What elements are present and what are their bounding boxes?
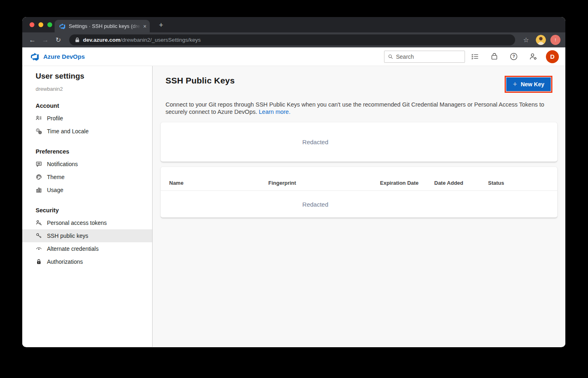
sidebar-item-profile[interactable]: Profile <box>22 112 152 125</box>
section-heading-security: Security <box>36 207 152 214</box>
annotation-highlight: + New Key <box>505 76 552 93</box>
sidebar-title: User settings <box>36 72 152 81</box>
ssh-keys-table: Name Fingerprint Expiration Date Date Ad… <box>161 167 557 218</box>
eye-icon <box>36 246 42 252</box>
sidebar-item-label: Personal access tokens <box>47 220 107 226</box>
tab-close-icon[interactable]: × <box>143 23 146 30</box>
azure-devops-logo-icon <box>30 52 39 61</box>
column-header-fingerprint: Fingerprint <box>268 180 380 186</box>
azure-devops-brand[interactable]: Azure DevOps <box>30 52 85 61</box>
new-key-label: New Key <box>521 81 544 88</box>
marketplace-bag-icon[interactable] <box>484 47 504 66</box>
lock-icon <box>36 258 42 265</box>
browser-update-icon[interactable]: ↑ <box>550 35 560 45</box>
page-description: Connect to your Git repos through SSH Pu… <box>166 101 548 115</box>
sidebar-item-theme[interactable]: Theme <box>22 171 152 184</box>
sidebar-item-authorizations[interactable]: Authorizations <box>22 255 152 268</box>
window-close-button[interactable] <box>30 22 34 27</box>
task-list-icon[interactable] <box>465 47 484 66</box>
url-path: /drewbanin2/_usersSettings/keys <box>121 37 201 43</box>
redacted-placeholder: Redacted <box>161 139 470 145</box>
reload-icon[interactable]: ↻ <box>53 35 64 45</box>
traffic-lights <box>30 22 52 27</box>
search-box[interactable] <box>384 51 465 63</box>
key-icon <box>36 233 42 239</box>
search-input[interactable] <box>396 53 461 60</box>
sidebar-item-personal-access-tokens[interactable]: Personal access tokens <box>22 216 152 229</box>
column-header-name: Name <box>169 180 268 186</box>
globe-clock-icon <box>36 128 42 135</box>
url-domain: dev.azure.com <box>83 37 121 43</box>
person-key-icon <box>36 220 42 226</box>
profile-icon <box>36 115 42 122</box>
column-header-date-added: Date Added <box>434 180 488 186</box>
brand-title: Azure DevOps <box>43 53 85 60</box>
lock-icon <box>75 37 80 43</box>
bookmark-star-icon[interactable]: ☆ <box>521 36 531 44</box>
sidebar-item-label: Alternate credentials <box>47 246 99 252</box>
back-icon[interactable]: ← <box>27 35 38 45</box>
browser-tab[interactable]: Settings · SSH public keys (dre × <box>55 20 150 32</box>
search-icon <box>388 54 393 60</box>
palette-icon <box>36 174 42 180</box>
sidebar-username: drewbanin2 <box>36 86 152 92</box>
tab-strip: Settings · SSH public keys (dre × + <box>22 17 565 32</box>
app-header: Azure DevOps <box>22 47 565 66</box>
sidebar-item-ssh-public-keys[interactable]: SSH public keys <box>22 229 152 242</box>
header-actions: ? D <box>384 47 559 66</box>
sidebar-item-label: Notifications <box>47 161 78 167</box>
address-bar[interactable]: dev.azure.com/drewbanin2/_usersSettings/… <box>69 34 515 45</box>
svg-text:?: ? <box>512 54 515 59</box>
column-header-expiration-date: Expiration Date <box>380 180 434 186</box>
settings-sidebar: User settings drewbanin2 Account Profile… <box>22 66 153 347</box>
sidebar-item-label: Time and Locale <box>47 128 89 135</box>
browser-window: Settings · SSH public keys (dre × + ← → … <box>22 17 565 347</box>
sidebar-item-time-locale[interactable]: Time and Locale <box>22 125 152 138</box>
table-row: Redacted <box>161 191 557 218</box>
bar-chart-icon <box>36 187 42 193</box>
redacted-placeholder: Redacted <box>161 201 470 208</box>
azure-devops-favicon <box>59 23 66 30</box>
tab-title: Settings · SSH public keys (dre <box>69 23 141 29</box>
sidebar-item-label: Theme <box>47 174 65 180</box>
sidebar-item-alternate-credentials[interactable]: Alternate credentials <box>22 242 152 255</box>
url-text: dev.azure.com/drewbanin2/_usersSettings/… <box>83 37 201 43</box>
main-content: SSH Public Keys + New Key Connect to you… <box>153 66 565 347</box>
sidebar-item-usage[interactable]: Usage <box>22 184 152 196</box>
forward-icon[interactable]: → <box>40 35 51 45</box>
sidebar-item-label: SSH public keys <box>47 233 88 239</box>
ssh-key-card: Redacted <box>161 122 557 162</box>
page-title: SSH Public Keys <box>166 76 235 85</box>
user-settings-icon[interactable] <box>523 47 543 66</box>
window-maximize-button[interactable] <box>47 22 52 27</box>
description-text: Connect to your Git repos through SSH Pu… <box>166 101 544 115</box>
sidebar-item-notifications[interactable]: Notifications <box>22 158 152 171</box>
help-icon[interactable]: ? <box>504 47 523 66</box>
sidebar-item-label: Usage <box>47 187 63 193</box>
browser-profile-avatar[interactable] <box>536 35 546 45</box>
section-heading-account: Account <box>36 103 152 109</box>
sidebar-item-label: Profile <box>47 115 63 122</box>
comment-icon <box>36 161 42 167</box>
section-heading-preferences: Preferences <box>36 148 152 155</box>
table-header-row: Name Fingerprint Expiration Date Date Ad… <box>161 167 557 191</box>
profile-photo <box>536 35 546 45</box>
new-tab-button[interactable]: + <box>156 20 166 31</box>
new-key-button[interactable]: + New Key <box>506 77 551 91</box>
plus-icon: + <box>513 81 517 88</box>
browser-toolbar: ← → ↻ dev.azure.com/drewbanin2/_usersSet… <box>22 32 565 47</box>
column-header-status: Status <box>488 180 557 186</box>
user-avatar[interactable]: D <box>546 50 559 63</box>
learn-more-link[interactable]: Learn more. <box>259 109 291 115</box>
window-minimize-button[interactable] <box>38 22 43 27</box>
sidebar-item-label: Authorizations <box>47 258 83 265</box>
